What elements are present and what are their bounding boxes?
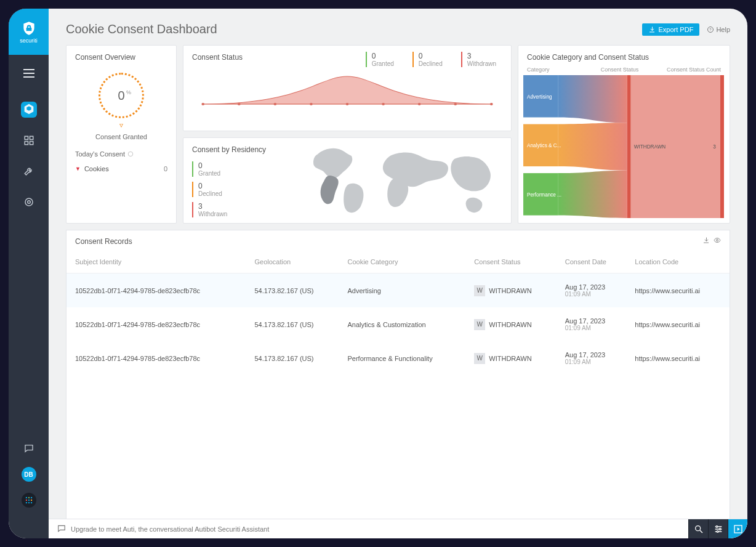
svg-point-42 [717,530,718,532]
download-button[interactable] [702,237,710,246]
stat-granted-value: 0 [372,52,394,60]
col-date[interactable]: Consent Date [559,251,629,274]
sliders-icon [714,524,723,534]
consent-records-card: Consent Records Subject Identity Geoloca… [66,230,730,532]
svg-point-27 [490,103,493,105]
nav-item-dashboard[interactable] [21,132,37,148]
avatar[interactable]: DB [22,467,36,482]
search-button[interactable] [688,519,708,539]
cell-geo: 54.173.82.167 (US) [249,274,342,308]
col-status[interactable]: Consent Status [468,251,558,274]
svg-point-35 [695,525,700,530]
status-badge: W [474,285,485,296]
col-category[interactable]: Cookie Category [341,251,468,274]
sankey-col-category: Category [527,67,601,73]
res-withdrawn-label: Withdrawn [198,211,298,217]
svg-point-6 [25,497,26,498]
dots-grid-icon [25,496,33,504]
res-granted-value: 0 [198,161,298,170]
stat-withdrawn-label: Withdrawn [467,60,496,67]
table-row[interactable]: 10522db1-0f71-4294-9785-de823ecfb78c54.1… [66,341,730,375]
help-link[interactable]: ? Help [707,26,730,33]
cell-subject: 10522db1-0f71-4294-9785-de823ecfb78c [66,307,249,341]
play-icon [733,524,743,534]
shield-icon [21,20,37,36]
svg-point-13 [28,502,29,503]
bottom-bar: Upgrade to meet Auti, the conversational… [49,519,747,538]
res-stat-withdrawn: 3 Withdrawn [192,202,298,217]
cell-category: Advertising [341,274,468,308]
wrench-icon [23,166,34,177]
col-geo[interactable]: Geolocation [249,251,342,274]
svg-text:?: ? [710,28,712,31]
cell-status: WWITHDRAWN [468,307,558,341]
cell-status: WWITHDRAWN [468,274,558,308]
cell-location: https://www.securiti.ai [629,341,730,375]
cell-date: Aug 17, 202301:09 AM [559,307,629,341]
nav-item-home[interactable] [21,102,37,118]
eye-icon [714,237,721,244]
info-icon[interactable] [127,151,134,157]
nav-item-settings[interactable] [21,163,37,179]
records-title: Consent Records [75,237,132,246]
cell-subject: 10522db1-0f71-4294-9785-de823ecfb78c [66,341,249,375]
page-title: Cookie Consent Dashboard [66,22,217,36]
svg-point-41 [719,528,721,530]
consent-status-title: Consent Status [183,46,366,67]
world-map[interactable] [307,138,511,223]
svg-point-8 [30,497,31,498]
cell-category: Analytics & Customization [341,307,468,341]
col-location[interactable]: Location Code [629,251,730,274]
svg-line-36 [700,530,702,533]
sankey-chart[interactable]: Advertising Analytics & C... Performance… [518,75,730,223]
res-withdrawn-value: 3 [198,202,298,211]
sankey-title: Cookie Category and Consent Status [518,46,730,67]
svg-point-12 [25,502,26,503]
export-pdf-button[interactable]: Export PDF [642,23,700,36]
sankey-card: Cookie Category and Consent Status Categ… [518,45,730,224]
grid-icon [23,135,34,146]
app-launcher[interactable] [22,493,36,508]
res-stat-declined: 0 Declined [192,182,298,197]
svg-point-34 [717,240,718,241]
cell-location: https://www.securiti.ai [629,307,730,341]
table-row[interactable]: 10522db1-0f71-4294-9785-de823ecfb78c54.1… [66,274,730,308]
status-badge: W [474,319,485,330]
consent-percent-suffix: % [126,89,131,95]
svg-point-4 [25,198,33,206]
stat-granted-label: Granted [372,60,394,67]
hamburger-icon [23,69,34,78]
svg-point-20 [238,103,241,105]
sankey-cat-advertising: Advertising [527,93,552,99]
svg-point-19 [201,103,204,105]
cell-location: https://www.securiti.ai [629,274,730,308]
nav-item-config[interactable] [21,194,37,210]
sankey-count: 3 [713,144,716,150]
cookies-row[interactable]: ▼ Cookies 0 [66,161,176,181]
overview-title: Consent Overview [66,46,176,67]
brand-logo[interactable]: securiti [9,9,49,55]
col-subject[interactable]: Subject Identity [66,251,249,274]
stat-granted: 0 Granted [366,52,394,67]
res-stat-granted: 0 Granted [192,161,298,177]
gear-icon [23,197,34,208]
svg-rect-31 [627,75,631,218]
chat-icon[interactable] [24,444,34,456]
refresh-button[interactable] [714,237,721,246]
play-button[interactable] [728,519,747,539]
svg-point-11 [30,500,31,501]
table-row[interactable]: 10522db1-0f71-4294-9785-de823ecfb78c54.1… [66,307,730,341]
svg-rect-3 [30,142,33,145]
svg-point-5 [27,201,30,204]
menu-toggle[interactable] [22,66,36,81]
chat-bubble-icon [57,524,66,534]
export-pdf-label: Export PDF [659,26,694,33]
status-badge: W [474,353,485,364]
svg-rect-0 [25,136,28,139]
filter-button[interactable] [708,519,728,539]
bottom-bar-text: Upgrade to meet Auti, the conversational… [71,525,269,533]
cell-geo: 54.173.82.167 (US) [249,341,342,375]
svg-point-9 [25,500,26,501]
records-table: Subject Identity Geolocation Cookie Cate… [66,251,730,375]
message-icon [24,444,34,453]
